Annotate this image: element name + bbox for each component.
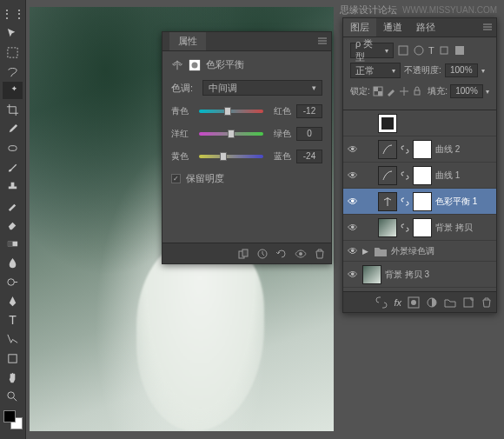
cyan-red-slider[interactable] [199,107,263,116]
filter-text-icon[interactable]: T [428,45,434,56]
layer-row[interactable]: 👁 背景 拷贝 [343,215,496,241]
visibility-icon[interactable] [295,248,307,260]
layer-thumb[interactable] [378,218,397,237]
handle-icon[interactable]: ⋮⋮ [3,5,23,23]
layer-row[interactable]: 👁 曲线 1 [343,163,496,189]
expand-arrow-icon[interactable]: ▶ [362,247,368,256]
blur-tool[interactable] [3,254,23,271]
filter-adj-icon[interactable] [413,44,425,57]
paths-tab[interactable]: 路径 [409,18,442,37]
crop-tool[interactable] [3,101,23,118]
path-tool[interactable] [3,330,23,348]
curves-icon [378,166,397,185]
heal-tool[interactable] [3,139,23,156]
visibility-toggle[interactable]: 👁 [347,170,359,182]
brush-tool[interactable] [3,158,23,176]
layer-row[interactable]: 👁 背景 拷贝 3 [343,262,496,288]
yellow-blue-slider[interactable] [199,152,263,161]
channels-tab[interactable]: 通道 [376,18,409,37]
stamp-tool[interactable] [3,177,23,195]
link-icon [401,223,409,232]
blue-label: 蓝色 [269,150,291,163]
group-add-icon[interactable] [444,296,456,309]
svg-rect-13 [399,46,408,55]
dodge-tool[interactable] [3,273,23,290]
visibility-toggle[interactable]: 👁 [347,245,359,257]
svg-rect-18 [374,87,378,91]
reset-icon[interactable] [275,248,288,260]
zoom-tool[interactable] [3,388,23,405]
tone-select[interactable]: 中间调 [202,80,322,96]
layer-row[interactable]: 👁 色彩平衡 1 [343,189,496,215]
lock-paint-icon[interactable] [386,86,396,96]
toolbar: ⋮⋮ T [0,0,26,439]
lock-trans-icon[interactable] [373,86,383,96]
pen-tool[interactable] [3,292,23,309]
layer-thumb[interactable] [362,265,381,284]
lock-all-icon[interactable] [412,86,422,96]
eraser-tool[interactable] [3,216,23,233]
mask-thumb[interactable] [413,140,432,159]
mask-thumb[interactable] [413,218,432,237]
layers-panel: 图层 通道 路径 ρ 类型 T 正常 不透明度: 100% ▾ 锁定: 填充: … [342,17,497,313]
svg-rect-0 [8,47,17,57]
hand-tool[interactable] [3,369,23,386]
fill-value[interactable]: 100% [450,84,483,98]
eyedropper-tool[interactable] [3,120,23,137]
link-icon [401,197,409,206]
visibility-toggle[interactable]: 👁 [347,196,359,208]
green-label: 绿色 [269,128,291,140]
blend-mode-select[interactable]: 正常 [350,63,401,78]
panel-menu-icon[interactable] [317,36,328,46]
layer-delete-icon[interactable] [481,296,493,309]
svg-point-12 [299,252,302,256]
svg-rect-20 [414,90,420,95]
fill-label: 填充: [428,85,448,97]
properties-header[interactable]: 属性 [162,32,331,51]
prev-icon[interactable] [256,248,269,260]
marquee-tool[interactable] [3,43,23,61]
properties-tab[interactable]: 属性 [169,32,206,50]
lasso-tool[interactable] [3,63,23,80]
magenta-green-slider[interactable] [199,130,263,138]
layer-row[interactable] [343,110,496,136]
history-brush-tool[interactable] [3,196,23,214]
type-tool[interactable]: T [3,311,23,329]
layer-thumb[interactable] [378,114,397,133]
filter-smart-icon[interactable] [454,44,466,57]
shape-tool[interactable] [3,349,23,367]
layers-tab[interactable]: 图层 [343,18,376,37]
opacity-value[interactable]: 100% [445,63,478,77]
clip-icon[interactable] [237,248,249,260]
filter-image-icon[interactable] [397,44,409,57]
gradient-tool[interactable] [3,235,23,252]
mask-thumb[interactable] [413,192,432,211]
filter-kind-select[interactable]: ρ 类型 [350,43,394,58]
visibility-toggle[interactable]: 👁 [347,143,359,156]
layer-add-icon[interactable] [462,296,474,309]
color-swatch[interactable] [3,410,23,429]
link-layers-icon[interactable] [375,296,388,309]
adjustment-add-icon[interactable] [426,296,438,309]
move-tool[interactable] [3,24,23,42]
filter-shape-icon[interactable] [438,44,450,57]
visibility-toggle[interactable]: 👁 [347,269,359,281]
layer-group-row[interactable]: 👁 ▶ 外景绿色调 [343,241,496,262]
visibility-toggle[interactable]: 👁 [347,222,359,234]
layers-menu-icon[interactable] [482,22,493,32]
wand-tool[interactable] [3,82,23,99]
preserve-luminosity-checkbox[interactable]: ✓ 保留明度 [171,172,322,185]
layer-row[interactable]: 👁 曲线 2 [343,136,496,163]
properties-panel: 属性 色彩平衡 色调: 中间调 青色 红色 -12 洋红 绿色 0 [162,31,332,264]
mask-add-icon[interactable] [408,296,420,309]
mask-icon [189,59,201,71]
cyan-value[interactable]: -12 [296,104,322,118]
curves-icon [378,140,397,159]
fx-icon[interactable]: fx [394,297,401,308]
yellow-value[interactable]: -24 [296,150,322,163]
svg-rect-1 [9,145,17,150]
mask-thumb[interactable] [413,166,432,185]
lock-pos-icon[interactable] [399,86,409,96]
trash-icon[interactable] [314,248,326,260]
magenta-value[interactable]: 0 [296,127,322,141]
